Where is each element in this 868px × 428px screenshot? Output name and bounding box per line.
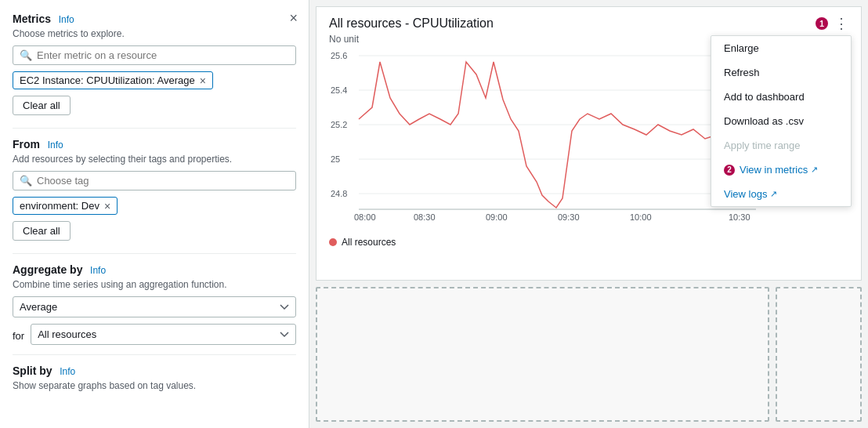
y-label-25: 25 xyxy=(331,154,340,164)
aggregate-select[interactable]: Average Sum Min Max Count xyxy=(13,296,296,317)
splitby-subtitle: Show separate graphs based on tag values… xyxy=(13,380,296,391)
badge-2: 2 xyxy=(724,165,735,176)
tag-search-icon: 🔍 xyxy=(20,175,32,187)
menu-apply-time-label: Apply time range xyxy=(724,140,801,151)
y-label-252: 25.2 xyxy=(331,120,347,129)
kebab-menu-button[interactable]: ⋮ xyxy=(831,16,852,31)
from-section-header: From Info xyxy=(13,138,296,151)
menu-download-csv-label: Download as .csv xyxy=(724,115,804,127)
bottom-row xyxy=(316,287,862,422)
x-label-1000: 10:00 xyxy=(630,212,652,222)
tag-search-box[interactable]: 🔍 xyxy=(13,171,296,190)
metric-chip-close[interactable]: × xyxy=(200,75,206,86)
menu-apply-time: Apply time range xyxy=(711,133,851,158)
legend-dot xyxy=(329,238,337,246)
metrics-search-box[interactable]: 🔍 xyxy=(13,45,296,65)
dashed-box-side xyxy=(776,287,862,422)
left-panel: × Metrics Info Choose metrics to explore… xyxy=(0,0,309,428)
tag-chip-text: environment: Dev xyxy=(20,200,99,212)
menu-add-dashboard-label: Add to dashboard xyxy=(724,91,805,103)
badge-1: 1 xyxy=(816,17,828,30)
menu-view-logs[interactable]: View logs ↗ xyxy=(711,182,851,206)
aggregate-section-header: Aggregate by Info xyxy=(13,263,296,276)
menu-refresh-label: Refresh xyxy=(724,67,760,78)
y-label-256: 25.6 xyxy=(331,51,347,60)
chart-actions: 1 ⋮ Enlarge Refresh Add to dashboard Dow… xyxy=(816,16,852,31)
legend-label: All resources xyxy=(342,237,396,248)
divider-1 xyxy=(13,128,296,129)
x-label-0830: 08:30 xyxy=(414,212,436,222)
tag-search-input[interactable] xyxy=(37,175,289,187)
divider-2 xyxy=(13,253,296,254)
from-info-link[interactable]: Info xyxy=(48,140,63,151)
external-link-icon-logs: ↗ xyxy=(770,189,777,199)
search-icon: 🔍 xyxy=(20,49,32,61)
right-panel: All resources - CPUUtilization 1 ⋮ Enlar… xyxy=(309,0,868,428)
menu-view-metrics-label: View in metrics xyxy=(740,164,808,176)
clear-all-metrics-button[interactable]: Clear all xyxy=(13,96,71,115)
metrics-section-header: Metrics Info xyxy=(13,13,296,25)
menu-enlarge[interactable]: Enlarge xyxy=(711,36,851,60)
y-label-248: 24.8 xyxy=(331,189,347,198)
divider-3 xyxy=(13,354,296,355)
tag-chip-close[interactable]: × xyxy=(104,201,110,212)
metrics-subtitle: Choose metrics to explore. xyxy=(13,28,296,39)
from-title: From xyxy=(13,138,40,151)
menu-view-logs-label: View logs xyxy=(724,188,767,200)
metrics-title: Metrics xyxy=(13,13,51,25)
chart-title: All resources - CPUUtilization xyxy=(329,16,494,31)
close-panel-button[interactable]: × xyxy=(289,11,298,25)
x-label-0900: 09:00 xyxy=(486,212,508,222)
external-link-icon-metrics: ↗ xyxy=(811,165,818,175)
aggregate-info-link[interactable]: Info xyxy=(90,265,106,276)
x-label-0930: 09:30 xyxy=(558,212,580,222)
menu-view-metrics[interactable]: 2 View in metrics ↗ xyxy=(711,158,851,182)
chart-area: All resources - CPUUtilization 1 ⋮ Enlar… xyxy=(316,6,862,281)
tag-chip: environment: Dev × xyxy=(13,197,118,215)
chart-svg: 25.6 25.4 25.2 25 24.8 08:00 08:30 xyxy=(329,45,760,225)
clear-all-from-button[interactable]: Clear all xyxy=(13,221,71,241)
splitby-info-link[interactable]: Info xyxy=(60,366,75,377)
from-subtitle: Add resources by selecting their tags an… xyxy=(13,154,296,165)
splitby-title: Split by xyxy=(13,365,52,377)
x-label-1030: 10:30 xyxy=(729,212,750,222)
chart-line xyxy=(359,62,752,208)
chart-header: All resources - CPUUtilization 1 ⋮ Enlar… xyxy=(316,7,861,31)
dashed-box-main xyxy=(316,287,769,422)
menu-download-csv[interactable]: Download as .csv xyxy=(711,109,851,133)
menu-enlarge-label: Enlarge xyxy=(724,42,759,54)
x-label-0800: 08:00 xyxy=(354,212,376,222)
y-label-254: 25.4 xyxy=(331,85,347,95)
chart-legend: All resources xyxy=(316,234,861,254)
dropdown-menu: Enlarge Refresh Add to dashboard Downloa… xyxy=(711,35,852,207)
for-label: for xyxy=(13,330,24,342)
aggregate-title: Aggregate by xyxy=(13,263,82,276)
metric-chip-text: EC2 Instance: CPUUtilization: Average xyxy=(20,74,195,86)
aggregate-subtitle: Combine time series using an aggregation… xyxy=(13,279,296,290)
menu-add-dashboard[interactable]: Add to dashboard xyxy=(711,85,851,109)
for-select[interactable]: All resources Selected resources xyxy=(31,324,296,345)
metric-chip: EC2 Instance: CPUUtilization: Average × xyxy=(13,71,213,89)
metrics-search-input[interactable] xyxy=(37,49,289,61)
metrics-info-link[interactable]: Info xyxy=(59,14,74,25)
splitby-section-header: Split by Info xyxy=(13,365,296,377)
menu-refresh[interactable]: Refresh xyxy=(711,60,851,85)
